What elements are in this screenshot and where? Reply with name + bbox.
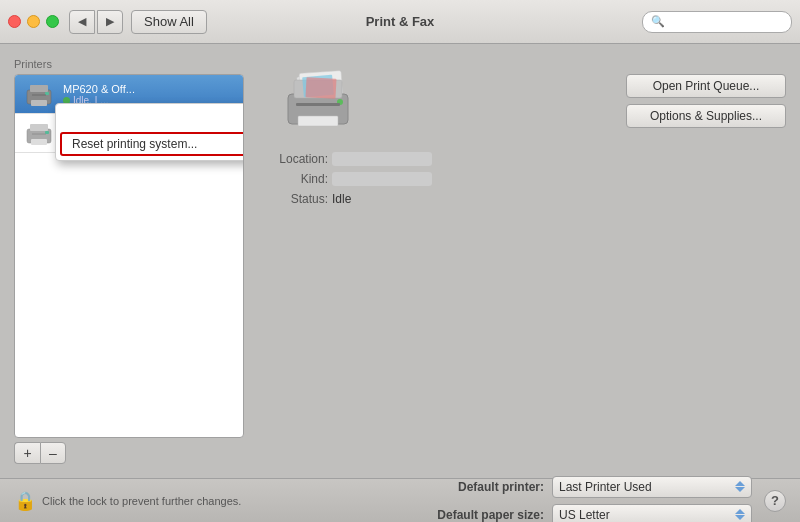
options-supplies-button[interactable]: Options & Supplies...	[626, 104, 786, 128]
minimize-button[interactable]	[27, 15, 40, 28]
lock-icon[interactable]: 🔒	[14, 490, 36, 512]
default-printer-row: Default printer: Last Printer Used	[414, 476, 752, 498]
default-printer-dropdown[interactable]: Last Printer Used	[552, 476, 752, 498]
context-menu: Set default printer Reset printing syste…	[55, 103, 244, 161]
context-set-default[interactable]: Set default printer	[56, 106, 244, 130]
svg-rect-7	[31, 139, 47, 145]
open-print-queue-button[interactable]: Open Print Queue...	[626, 74, 786, 98]
default-printer-label: Default printer:	[414, 480, 544, 494]
svg-rect-14	[298, 116, 338, 126]
back-button[interactable]: ◀	[69, 10, 95, 34]
printer-icon-selected	[23, 80, 55, 108]
printer-icon-2	[23, 119, 55, 147]
window-title: Print & Fax	[366, 14, 435, 29]
location-value-bar	[332, 152, 432, 166]
remove-printer-button[interactable]: –	[40, 442, 66, 464]
nav-buttons: ◀ ▶	[69, 10, 123, 34]
bottom-bar: 🔒 Click the lock to prevent further chan…	[0, 478, 800, 522]
svg-rect-8	[45, 131, 49, 134]
svg-rect-6	[30, 124, 48, 131]
search-icon: 🔍	[651, 15, 665, 28]
kind-row: Kind:	[258, 172, 786, 186]
kind-label: Kind:	[258, 172, 328, 186]
svg-rect-18	[305, 77, 336, 99]
printers-list: MP620 & Off... Idle, L... Set default pr…	[14, 74, 244, 438]
main-content: Printers MP620 & Off...	[0, 44, 800, 478]
panel-bottom: + –	[14, 442, 244, 464]
status-value: Idle	[332, 192, 351, 206]
settings-rows: Default printer: Last Printer Used Defau…	[414, 476, 752, 523]
kind-value-bar	[332, 172, 432, 186]
default-paper-dropdown[interactable]: US Letter	[552, 504, 752, 523]
help-button[interactable]: ?	[764, 490, 786, 512]
dropdown-arrow-paper-icon	[735, 509, 745, 520]
printer-detail-top: Open Print Queue... Options & Supplies..…	[258, 58, 786, 152]
svg-rect-16	[296, 103, 340, 106]
default-paper-label: Default paper size:	[414, 508, 544, 522]
show-all-button[interactable]: Show All	[131, 10, 207, 34]
titlebar: ◀ ▶ Show All Print & Fax 🔍	[0, 0, 800, 44]
lock-area: 🔒 Click the lock to prevent further chan…	[14, 490, 241, 512]
dropdown-arrow-icon	[735, 481, 745, 492]
printers-panel: Printers MP620 & Off...	[14, 58, 244, 464]
search-box[interactable]: 🔍	[642, 11, 792, 33]
add-printer-button[interactable]: +	[14, 442, 40, 464]
svg-rect-1	[30, 85, 48, 92]
lock-text: Click the lock to prevent further change…	[42, 495, 241, 507]
svg-rect-3	[45, 92, 49, 95]
svg-rect-2	[31, 100, 47, 106]
right-panel: Open Print Queue... Options & Supplies..…	[258, 58, 786, 464]
printer-details: Location: Kind: Status: Idle	[258, 152, 786, 216]
traffic-lights	[8, 15, 59, 28]
default-paper-row: Default paper size: US Letter	[414, 504, 752, 523]
location-row: Location:	[258, 152, 786, 166]
status-label: Status:	[258, 192, 328, 206]
location-label: Location:	[258, 152, 328, 166]
printer-item-selected[interactable]: MP620 & Off... Idle, L... Set default pr…	[15, 75, 243, 114]
status-row: Status: Idle	[258, 192, 786, 206]
context-reset-printing[interactable]: Reset printing system...	[60, 132, 244, 156]
close-button[interactable]	[8, 15, 21, 28]
printer-large-icon	[278, 66, 358, 136]
printer-name-1: MP620 & Off...	[63, 83, 135, 95]
maximize-button[interactable]	[46, 15, 59, 28]
action-buttons: Open Print Queue... Options & Supplies..…	[374, 74, 786, 128]
forward-button[interactable]: ▶	[97, 10, 123, 34]
printers-label: Printers	[14, 58, 244, 70]
